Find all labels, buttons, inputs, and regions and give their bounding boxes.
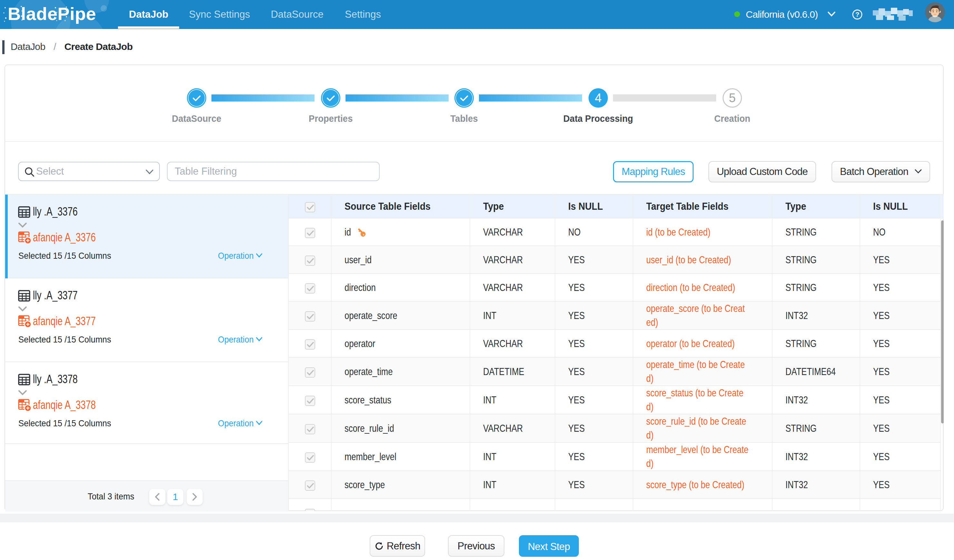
svg-text:?: ? — [855, 11, 859, 18]
